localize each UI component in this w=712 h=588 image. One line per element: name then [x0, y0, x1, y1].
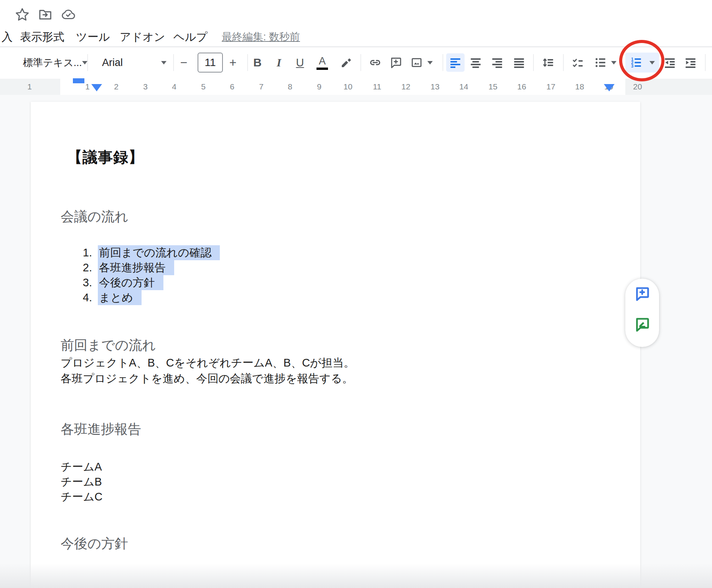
selected-text[interactable]: 今後の方針 — [98, 275, 163, 290]
link-icon — [369, 56, 382, 69]
add-comment-margin-button[interactable] — [634, 286, 651, 302]
line-spacing-icon — [542, 56, 555, 69]
selected-text[interactable]: 各班進捗報告 — [98, 260, 174, 275]
selected-text[interactable]: まとめ — [98, 290, 142, 305]
align-justify-button[interactable] — [510, 53, 528, 72]
right-indent-marker[interactable] — [604, 84, 615, 91]
document-page[interactable]: 【議事録】 会議の流れ 1. 前回までの流れの確認 2. 各班進捗報告 3. 今… — [31, 102, 640, 588]
numbered-list-button[interactable]: 1 2 3 — [627, 53, 645, 72]
checklist-button[interactable] — [569, 53, 587, 72]
margin-tools-pill — [625, 279, 659, 347]
ruler-mark: 1 — [26, 81, 33, 92]
toolbar-divider — [563, 54, 564, 71]
selected-text[interactable]: 前回までの流れの確認 — [98, 245, 220, 260]
heading-previous[interactable]: 前回までの流れ — [61, 336, 156, 354]
bulleted-list-dropdown[interactable] — [607, 53, 620, 72]
agenda-list: 1. 前回までの流れの確認 2. 各班進捗報告 3. 今後の方針 4. まとめ — [31, 245, 376, 305]
paragraph-line: プロジェクトA、B、CをそれぞれチームA、B、Cが担当。 — [61, 355, 355, 371]
bulleted-list-icon — [594, 56, 607, 69]
paragraph-style-select[interactable]: 標準テキス... — [15, 53, 87, 72]
align-left-button[interactable] — [446, 53, 465, 72]
list-number: 2. — [31, 260, 92, 275]
list-item[interactable]: 2. 各班進捗報告 — [31, 260, 376, 275]
suggest-edits-button[interactable] — [634, 316, 651, 333]
insert-image-dropdown[interactable] — [424, 53, 437, 72]
italic-button[interactable]: I — [270, 53, 288, 72]
align-justify-icon — [513, 56, 526, 69]
doc-title[interactable]: 【議事録】 — [67, 147, 144, 168]
heading-progress[interactable]: 各班進捗報告 — [61, 420, 141, 438]
toolbar-divider — [87, 54, 88, 71]
document-canvas: 【議事録】 会議の流れ 1. 前回までの流れの確認 2. 各班進捗報告 3. 今… — [0, 95, 712, 588]
align-right-button[interactable] — [488, 53, 506, 72]
chevron-down-icon — [649, 61, 655, 64]
paragraph-line: チームC — [61, 489, 102, 504]
menu-item-addons[interactable]: アドオン — [120, 29, 165, 45]
list-item[interactable]: 1. 前回までの流れの確認 — [31, 245, 376, 260]
list-item[interactable]: 3. 今後の方針 — [31, 275, 376, 290]
ruler-mark: 8 — [286, 81, 294, 92]
font-size-increase-button[interactable]: + — [224, 53, 242, 72]
font-family-value: Arial — [102, 57, 123, 69]
move-folder-button[interactable] — [38, 7, 53, 22]
heading-agenda[interactable]: 会議の流れ — [61, 208, 129, 226]
ruler-mark: 1 — [84, 81, 91, 92]
list-number: 3. — [31, 275, 92, 290]
menu-item-insert-partial[interactable]: 入 — [2, 29, 13, 45]
insert-image-button[interactable] — [407, 53, 426, 72]
checklist-icon — [571, 56, 584, 69]
align-center-button[interactable] — [466, 53, 485, 72]
suggest-edit-icon — [634, 316, 651, 333]
ruler-mark: 9 — [315, 81, 323, 92]
left-indent-marker[interactable] — [91, 84, 102, 91]
chevron-down-icon — [82, 61, 87, 64]
bold-button[interactable]: B — [248, 53, 267, 72]
list-number: 1. — [31, 245, 92, 260]
add-comment-button[interactable] — [387, 53, 405, 72]
menubar: 入 表示形式 ツール アドオン ヘルプ 最終編集: 数秒前 — [0, 29, 712, 46]
numbered-list-dropdown[interactable] — [646, 53, 659, 72]
cloud-status-button[interactable] — [61, 7, 76, 22]
text-color-button[interactable]: A — [313, 53, 331, 72]
ruler-mark: 10 — [342, 81, 354, 92]
comment-add-icon — [389, 56, 402, 69]
underline-button[interactable]: U — [291, 53, 309, 72]
font-family-select[interactable]: Arial — [95, 53, 170, 72]
line-spacing-button[interactable] — [539, 53, 557, 72]
insert-link-button[interactable] — [366, 53, 384, 72]
paragraph[interactable]: プロジェクトA、B、CをそれぞれチームA、B、Cが担当。 各班プロジェクトを進め… — [61, 355, 355, 386]
ruler-mark: 13 — [429, 81, 441, 92]
ruler-mark: 6 — [228, 81, 236, 92]
comment-add-icon — [634, 286, 651, 302]
highlight-color-button[interactable] — [337, 53, 356, 72]
star-button[interactable] — [15, 7, 30, 22]
ruler-mark: 18 — [574, 81, 585, 92]
paragraph-line: 各班プロジェクトを進め、今回の会議で進捗を報告する。 — [61, 371, 355, 386]
paragraph-line: チームA — [61, 459, 102, 474]
increase-indent-button[interactable] — [681, 53, 700, 72]
font-size-input[interactable]: 11 — [198, 53, 223, 73]
ruler-mark: 7 — [257, 81, 265, 92]
menu-item-tools[interactable]: ツール — [76, 29, 110, 45]
toolbar-divider — [247, 54, 248, 71]
highlighter-icon — [340, 56, 353, 69]
chevron-down-icon — [611, 61, 616, 64]
decrease-indent-button[interactable] — [661, 53, 679, 72]
menu-item-help[interactable]: ヘルプ — [173, 29, 208, 45]
bulleted-list-button[interactable] — [591, 53, 610, 72]
list-number: 4. — [31, 290, 92, 305]
teams-block[interactable]: チームA チームB チームC — [61, 459, 102, 504]
align-center-icon — [469, 56, 482, 69]
heading-policy[interactable]: 今後の方針 — [61, 535, 128, 553]
ruler-mark: 5 — [199, 81, 207, 92]
menu-item-format[interactable]: 表示形式 — [20, 29, 64, 45]
text-color-icon: A — [316, 55, 328, 70]
font-size-decrease-button[interactable]: − — [175, 53, 193, 72]
toolbar-divider — [533, 54, 534, 71]
list-item[interactable]: 4. まとめ — [31, 290, 376, 305]
ruler-mark: 14 — [458, 81, 470, 92]
ruler-mark: 4 — [170, 81, 178, 92]
last-edited-link[interactable]: 最終編集: 数秒前 — [222, 29, 300, 45]
first-line-indent-marker[interactable] — [73, 78, 84, 83]
ruler-mark: 15 — [487, 81, 499, 92]
